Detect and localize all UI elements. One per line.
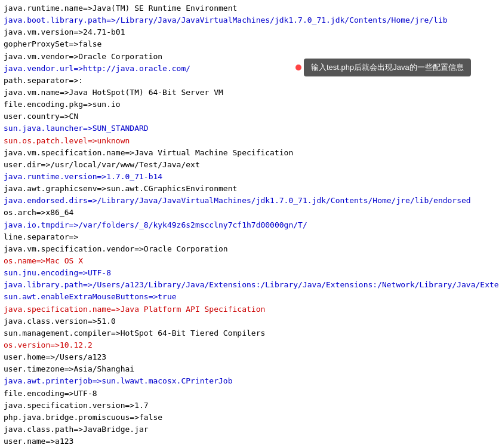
list-item: java.awt.graphicsenv=>sun.awt.CGraphicsE…	[4, 183, 498, 195]
list-item: java.class.path=>JavaBridge.jar	[4, 424, 498, 435]
list-item: java.vm.name=>Java HotSpot(TM) 64-Bit Se…	[4, 87, 498, 99]
list-item: os.name=>Mac OS X	[4, 255, 498, 267]
list-item: sun.management.compiler=>HotSpot 64-Bit …	[4, 327, 498, 339]
tooltip-dot	[295, 65, 301, 70]
list-item: java.specification.name=>Java Platform A…	[4, 303, 498, 315]
list-item: java.library.path=>/Users/a123/Library/J…	[4, 279, 498, 291]
list-item: sun.java.launcher=>SUN_STANDARD	[4, 122, 498, 134]
list-item: java.vm.version=>24.71-b01	[4, 26, 498, 38]
list-item: user.name=>a123	[4, 435, 498, 447]
list-item: os.arch=>x86_64	[4, 207, 498, 219]
list-item: file.encoding=>UTF-8	[4, 388, 498, 400]
list-item: user.home=>/Users/a123	[4, 351, 498, 363]
list-item: java.runtime.name=>Java(TM) SE Runtime E…	[4, 2, 498, 14]
list-item: java.vm.specification.vendor=>Oracle Cor…	[4, 243, 498, 255]
list-item: sun.awt.enableExtraMouseButtons=>true	[4, 291, 498, 303]
list-item: java.specification.version=>1.7	[4, 400, 498, 412]
list-item: java.awt.printerjob=>sun.lwawt.macosx.CP…	[4, 375, 498, 387]
list-item: line.separator=>	[4, 231, 498, 243]
tooltip-box: 输入test.php后就会出现Java的一些配置信息	[304, 59, 471, 76]
list-item: java.class.version=>51.0	[4, 315, 498, 327]
list-item: user.country=>CN	[4, 111, 498, 122]
tooltip-container: 输入test.php后就会出现Java的一些配置信息	[295, 59, 471, 76]
list-item: java.io.tmpdir=>/var/folders/_8/kyk49z6s…	[4, 219, 498, 231]
list-item: php.java.bridge.promiscuous=>false	[4, 412, 498, 424]
list-item: java.runtime.version=>1.7.0_71-b14	[4, 171, 498, 183]
list-item: java.boot.library.path=>/Library/Java/Ja…	[4, 14, 498, 26]
list-item: file.encoding.pkg=>sun.io	[4, 99, 498, 111]
list-item: user.timezone=>Asia/Shanghai	[4, 363, 498, 375]
list-item: user.dir=>/usr/local/var/www/Test/Java/e…	[4, 159, 498, 171]
list-item: sun.os.patch.level=>unknown	[4, 135, 498, 147]
list-item: os.version=>10.12.2	[4, 339, 498, 351]
list-item: sun.jnu.encoding=>UTF-8	[4, 267, 498, 279]
list-item: gopherProxySet=>false	[4, 38, 498, 50]
list-item: java.vm.specification.name=>Java Virtual…	[4, 147, 498, 159]
list-item: java.endorsed.dirs=>/Library/Java/JavaVi…	[4, 195, 498, 207]
